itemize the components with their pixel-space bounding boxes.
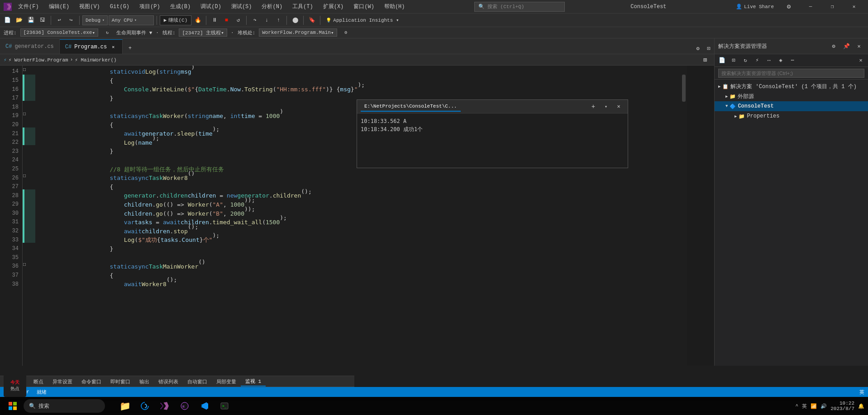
terminal-tab[interactable]: E:\NetProjects\ConsoleTest\C... xyxy=(361,102,461,112)
settings-btn[interactable]: ⚙ xyxy=(778,0,799,14)
sol-collapse-all-btn[interactable]: ⊡ xyxy=(728,55,739,66)
terminal-dropdown-btn[interactable]: ▾ xyxy=(601,101,611,112)
thread-dropdown[interactable]: [23472] 主线程 ▾ xyxy=(179,28,227,37)
location-dropdown[interactable]: WorkerFlow.Program.Main ▾ xyxy=(259,28,337,37)
taskbar-vscode-app[interactable] xyxy=(196,399,214,413)
tray-network[interactable]: 📶 xyxy=(811,403,817,409)
app-insights-btn[interactable]: 💡 Application Insights ▾ xyxy=(323,15,401,26)
menu-project[interactable]: 项目(P) xyxy=(136,1,164,12)
tab-program[interactable]: C# Program.cs ✕ xyxy=(60,39,123,54)
live-share-btn[interactable]: 👤 Live Share xyxy=(732,0,777,14)
debug-tab-command[interactable]: 命令窗口 xyxy=(77,377,106,387)
taskbar-rider-app[interactable]: R xyxy=(176,399,194,413)
menu-test[interactable]: 测试(S) xyxy=(228,1,256,12)
step-into-btn[interactable]: ↓ xyxy=(261,15,272,26)
scroll-thumb[interactable] xyxy=(682,75,686,102)
step-over-btn[interactable]: ↷ xyxy=(249,15,260,26)
breadcrumb-namespace[interactable]: ⚡ WorkerFlow.Program xyxy=(9,57,68,63)
taskbar-terminal-app[interactable]: >_ xyxy=(215,399,234,413)
open-btn[interactable]: 📂 xyxy=(14,15,24,26)
search-box[interactable]: 🔍 搜索 (Ctrl+Q) xyxy=(474,2,565,12)
restart-btn[interactable]: ↺ xyxy=(233,15,243,26)
debug-tab-errorlist[interactable]: 错误列表 xyxy=(154,377,183,387)
tray-lang[interactable]: 英 xyxy=(802,403,807,410)
sol-more-btn[interactable]: ⋯ xyxy=(787,55,798,66)
solution-search-input[interactable] xyxy=(718,69,864,78)
start-button[interactable] xyxy=(4,399,22,413)
today-widget[interactable]: 今天 热点 xyxy=(4,374,26,397)
debug-tab-immediate[interactable]: 即时窗口 xyxy=(106,377,135,387)
save-btn[interactable]: 💾 xyxy=(25,15,36,26)
editor-scrollbar[interactable] xyxy=(681,66,687,366)
hot-reload-btn[interactable]: 🔥 xyxy=(192,15,203,26)
sol-git-btn[interactable]: ◈ xyxy=(775,55,786,66)
tree-solution[interactable]: ▶ 📋 解决方案 'ConsoleTest' (1 个项目，共 1 个) xyxy=(715,81,868,91)
process-refresh-btn[interactable]: ↻ xyxy=(102,27,113,38)
taskbar-search[interactable]: 🔍 搜索 xyxy=(24,399,105,413)
editor-settings-btn[interactable]: ⚙ xyxy=(692,43,703,54)
redo-btn[interactable]: ↪ xyxy=(66,15,76,26)
save-all-btn[interactable]: 🖫 xyxy=(37,15,48,26)
tab-generator[interactable]: C# generator.cs xyxy=(0,39,60,54)
minimize-button[interactable]: ─ xyxy=(800,0,821,14)
split-editor-btn[interactable]: ⊡ xyxy=(703,43,714,54)
debug-tab-autos[interactable]: 自动窗口 xyxy=(183,377,212,387)
fold-btn-26[interactable]: □ xyxy=(23,174,26,179)
debug-tab-locals[interactable]: 局部变量 xyxy=(212,377,241,387)
taskbar-datetime[interactable]: 10:22 2023/8/7 xyxy=(830,401,854,411)
menu-git[interactable]: Git(G) xyxy=(106,2,133,12)
menu-analyze[interactable]: 分析(N) xyxy=(258,1,286,12)
sol-filter-btn[interactable]: ⚡ xyxy=(752,55,763,66)
new-project-btn[interactable]: 📄 xyxy=(2,15,13,26)
taskbar-vs-app[interactable] xyxy=(156,399,174,413)
fold-btn-14[interactable]: □ xyxy=(23,67,26,72)
menu-extensions[interactable]: 扩展(X) xyxy=(320,1,348,12)
tray-up-arrow[interactable]: ^ xyxy=(796,403,799,409)
sol-show-files-btn[interactable]: 📄 xyxy=(716,55,727,66)
terminal-new-btn[interactable]: + xyxy=(588,101,599,112)
location-settings-btn[interactable]: ⚙ xyxy=(341,27,352,38)
stop-btn[interactable]: ■ xyxy=(221,15,232,26)
undo-btn[interactable]: ↩ xyxy=(54,15,65,26)
process-dropdown[interactable]: [23636] ConsoleTest.exe ▾ xyxy=(20,28,98,37)
menu-view[interactable]: 视图(V) xyxy=(76,1,104,12)
taskbar-folder-app[interactable]: 📁 xyxy=(116,399,134,413)
menu-file[interactable]: 文件(F) xyxy=(14,1,43,12)
menu-tools[interactable]: 工具(T) xyxy=(289,1,317,12)
restore-button[interactable]: ❐ xyxy=(822,0,843,14)
tree-external-sources[interactable]: ▶ 📁 外部源 xyxy=(715,91,868,101)
expand-editor-btn[interactable]: ⊞ xyxy=(700,54,711,65)
bookmark-btn[interactable]: 🔖 xyxy=(306,15,317,26)
menu-edit[interactable]: 编辑(E) xyxy=(45,1,73,12)
menu-window[interactable]: 窗口(W) xyxy=(350,1,378,12)
solution-explorer-settings-btn[interactable]: ⚙ xyxy=(828,41,839,52)
debug-tab-breakpoints[interactable]: 断点 xyxy=(29,377,48,387)
tree-consoletest-project[interactable]: ▼ 🔷 ConsoleTest xyxy=(715,101,868,111)
terminal-close-btn[interactable]: ✕ xyxy=(613,101,624,112)
continue-btn[interactable]: ▶ 继续(C) xyxy=(160,15,191,25)
close-button[interactable]: ✕ xyxy=(844,0,864,14)
menu-build[interactable]: 生成(B) xyxy=(167,1,195,12)
notification-btn[interactable]: 🔔 xyxy=(858,403,864,409)
debug-tab-exceptions[interactable]: 异常设置 xyxy=(48,377,77,387)
step-out-btn[interactable]: ↑ xyxy=(273,15,284,26)
fold-btn-19[interactable]: □ xyxy=(23,112,26,117)
config-dropdown[interactable]: Debug ▾ xyxy=(82,15,108,25)
tab-program-close[interactable]: ✕ xyxy=(110,43,117,51)
platform-dropdown[interactable]: Any CPU ▾ xyxy=(109,15,154,25)
menu-help[interactable]: 帮助(H) xyxy=(381,1,409,12)
new-tab-btn[interactable]: + xyxy=(124,43,135,54)
solution-explorer-pin-btn[interactable]: 📌 xyxy=(841,41,852,52)
menu-debug[interactable]: 调试(D) xyxy=(197,1,225,12)
pause-btn[interactable]: ⏸ xyxy=(209,15,220,26)
tray-volume[interactable]: 🔊 xyxy=(820,403,827,409)
solution-explorer-close-btn[interactable]: ✕ xyxy=(854,41,864,52)
sol-refresh-btn[interactable]: ↻ xyxy=(740,55,751,66)
taskbar-edge-app[interactable] xyxy=(136,399,154,413)
fold-btn-36[interactable]: □ xyxy=(23,262,26,267)
sol-sync-btn[interactable]: ↔ xyxy=(763,55,774,66)
tree-properties[interactable]: ▶ 📁 Properties xyxy=(715,111,868,121)
debug-tab-output[interactable]: 输出 xyxy=(135,377,154,387)
debug-tab-watch[interactable]: 监视 1 xyxy=(241,377,266,387)
breakpoints-btn[interactable]: ⬤ xyxy=(290,15,300,26)
